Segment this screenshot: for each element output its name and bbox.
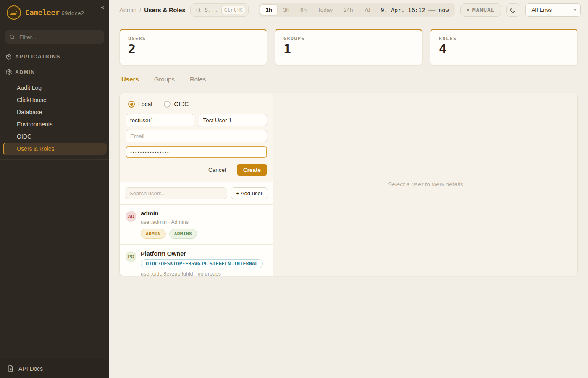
tab-roles[interactable]: Roles [189,73,207,87]
sidebar-item-audit-log[interactable]: Audit Log [3,82,107,94]
password-field[interactable] [126,146,267,158]
stat-value: 4 [439,43,569,55]
user-list: AD admin user:admin · Admins ADMIN ADMIN… [120,205,273,276]
sidebar-item-oidc[interactable]: OIDC [3,131,107,142]
stat-card-groups: GROUPS 1 [275,29,423,66]
status-dot-icon [467,9,469,11]
time-range-picker: 1h 3h 6h Today 24h 7d 9. Apr. 16:12 — no… [259,3,455,17]
section-label: APPLICATIONS [15,54,60,60]
user-badges: ADMIN ADMINS [141,229,197,239]
time-separator: — [428,6,436,14]
sidebar-section-admin[interactable]: ADMIN [0,64,109,79]
search-label: S... [205,7,218,13]
cube-icon [5,53,12,60]
cameleer-logo-icon [7,5,21,20]
global-search-button[interactable]: S... Ctrl+K [190,3,249,17]
breadcrumb-admin[interactable]: Admin [119,7,136,13]
sidebar-filter [5,30,104,44]
radio-label: OIDC [174,101,189,108]
avatar: AD [126,211,136,222]
user-row-admin[interactable]: AD admin user:admin · Admins ADMIN ADMIN… [120,205,273,245]
api-docs-label: API Docs [18,365,43,372]
time-from-value[interactable]: 9. Apr. 16:12 [376,7,428,13]
breadcrumb-page: Users & Roles [144,7,185,13]
radio-local[interactable]: Local [128,101,152,108]
radio-circle-icon [164,101,171,108]
time-range-7d[interactable]: 7d [359,4,376,16]
sidebar-item-environments[interactable]: Environments [3,118,107,130]
name-fields-row [126,114,267,126]
sidebar-item-users-roles[interactable]: Users & Roles [3,143,107,155]
users-left-column: Local OIDC [120,93,273,276]
oidc-issuer-badge: OIDC:DESKTOP-FB5VGJ9.SIEGELN.INTERNAL [141,259,263,268]
time-range-3h[interactable]: 3h [278,4,295,16]
user-row-body: admin user:admin · Admins ADMIN ADMINS [141,210,197,239]
sidebar-collapse-icon[interactable]: « [101,3,104,10]
time-range-6h[interactable]: 6h [295,4,312,16]
environment-value: All Envs [532,7,552,13]
search-users-input[interactable] [125,187,227,199]
chevron-down-icon: ▾ [574,8,576,12]
create-button[interactable]: Create [237,164,267,176]
gear-icon [5,69,12,76]
app-root: Cameleer69dcce2 « APPLICATIONS ADMIN Aud… [0,0,588,378]
refresh-mode-label: MANUAL [472,7,495,13]
user-subtitle: user:oidc:8evzqofluhld · no groups [141,271,263,276]
radio-label: Local [138,101,152,108]
radio-circle-icon [128,101,135,108]
search-icon [9,34,15,40]
breadcrumb-separator: / [139,7,141,13]
time-range-today[interactable]: Today [312,4,338,16]
page-content: USERS 2 GROUPS 1 ROLES 4 Users Groups Ro… [109,20,588,378]
brand-name: Cameleer [25,8,60,17]
shortcut-badge: Ctrl+K [221,6,245,14]
sidebar: Cameleer69dcce2 « APPLICATIONS ADMIN Aud… [0,0,109,378]
topbar: Admin / Users & Roles S... Ctrl+K 1h 3h … [109,0,588,20]
add-user-button[interactable]: + Add user [231,187,268,199]
username-field[interactable] [126,114,194,126]
tab-bar: Users Groups Roles [119,73,578,87]
section-label: ADMIN [15,69,35,75]
refresh-mode-button[interactable]: MANUAL [460,3,501,17]
create-user-form: Local OIDC [120,93,273,182]
sidebar-item-database[interactable]: Database [3,106,107,118]
user-subtitle: user:admin · Admins [141,219,197,225]
cancel-button[interactable]: Cancel [206,166,228,173]
stat-value: 1 [284,43,414,55]
user-source-radio-group: Local OIDC [126,101,267,108]
stats-row: USERS 2 GROUPS 1 ROLES 4 [119,29,578,66]
moon-icon [509,6,517,13]
stat-card-roles: ROLES 4 [430,29,578,66]
empty-state-message: Select a user to view details [388,181,463,188]
display-name-field[interactable] [199,114,268,126]
sidebar-nav: Audit Log ClickHouse Database Environmen… [0,79,109,159]
user-name: Platform Owner [141,250,263,257]
stat-value: 2 [128,43,258,55]
stat-card-users: USERS 2 [119,29,267,66]
environment-select[interactable]: All Envs ▾ [525,3,581,17]
radio-oidc[interactable]: OIDC [164,101,189,108]
brand: Cameleer69dcce2 [25,8,84,17]
form-actions: Cancel Create [126,164,267,176]
brand-version: 69dcce2 [61,10,84,16]
users-panel: Local OIDC [119,93,578,276]
theme-toggle-button[interactable] [506,3,520,17]
user-search-row: + Add user [120,182,273,205]
sidebar-footer-api-docs[interactable]: API Docs [0,359,109,378]
time-to-value[interactable]: now [436,7,454,13]
user-row-body: Platform Owner OIDC:DESKTOP-FB5VGJ9.SIEG… [141,250,263,276]
tab-users[interactable]: Users [120,73,140,87]
time-range-24h[interactable]: 24h [338,4,359,16]
avatar: PO [126,251,136,262]
tab-groups[interactable]: Groups [153,73,176,87]
time-range-1h[interactable]: 1h [260,4,278,16]
email-field[interactable] [126,130,267,142]
sidebar-header: Cameleer69dcce2 « [0,0,109,25]
main-area: Admin / Users & Roles S... Ctrl+K 1h 3h … [109,0,588,378]
user-row-platform-owner[interactable]: PO Platform Owner OIDC:DESKTOP-FB5VGJ9.S… [120,245,273,276]
sidebar-item-clickhouse[interactable]: ClickHouse [3,94,107,106]
sidebar-section-applications[interactable]: APPLICATIONS [0,49,109,64]
user-detail-panel: Select a user to view details [273,93,578,276]
filter-input[interactable] [18,34,100,41]
stat-label: ROLES [439,36,569,42]
